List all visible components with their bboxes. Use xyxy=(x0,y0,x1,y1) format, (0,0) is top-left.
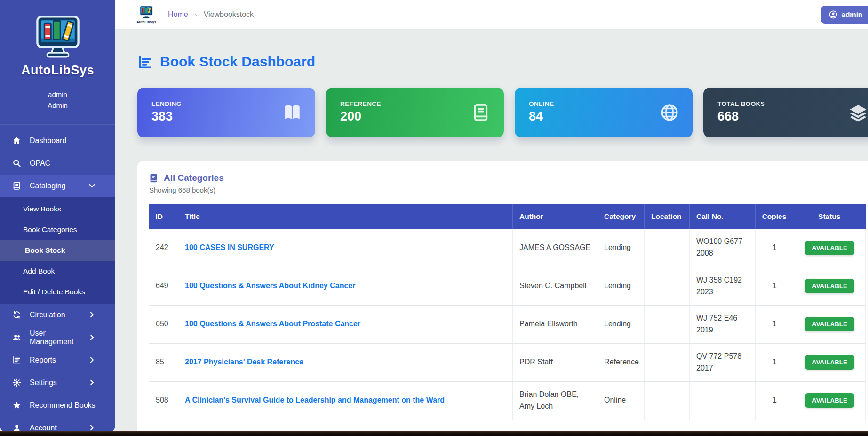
cell-title: 100 Questions & Answers About Kidney Can… xyxy=(176,267,513,305)
layers-icon xyxy=(848,103,868,122)
submenu-item-book-stock[interactable]: Book Stock xyxy=(0,240,115,261)
column-header-copies: Copies xyxy=(756,204,793,229)
cell-title: 100 Questions & Answers About Prostate C… xyxy=(176,305,513,343)
sidebar-item-user-management[interactable]: User Management xyxy=(0,326,115,349)
book-icon xyxy=(12,181,21,190)
cell-location xyxy=(645,267,690,305)
dashboard-chart-icon xyxy=(137,54,153,70)
table-row: 650100 Questions & Answers About Prostat… xyxy=(149,305,866,343)
sidebar-item-label: Dashboard xyxy=(30,137,66,145)
stat-value: 84 xyxy=(529,109,678,124)
table-row: 242100 CASES IN SURGERYJAMES A GOSSAGELe… xyxy=(149,229,866,267)
status-badge[interactable]: AVAILABLE xyxy=(805,317,854,331)
column-header-category: Category xyxy=(597,204,645,229)
cell-status: AVAILABLE xyxy=(793,381,866,420)
user-circle-icon xyxy=(828,10,838,19)
categories-subtitle: Showing 668 book(s) xyxy=(149,186,868,194)
users-icon xyxy=(12,333,21,342)
cell-title: 100 CASES IN SURGERY xyxy=(176,229,513,267)
sidebar-menu: DashboardOPACCatalogingView BooksBook Ca… xyxy=(0,124,115,433)
gear-icon xyxy=(12,378,21,387)
cell-author: Steven C. Campbell xyxy=(513,267,597,305)
status-badge[interactable]: AVAILABLE xyxy=(805,279,854,293)
breadcrumb-current: Viewbookstock xyxy=(204,10,254,19)
cell-location xyxy=(645,381,690,420)
search-icon xyxy=(12,159,21,168)
column-header-author: Author xyxy=(513,204,597,229)
column-header-call-no: Call No. xyxy=(690,204,756,229)
cell-status: AVAILABLE xyxy=(793,343,866,381)
sidebar-item-cataloging[interactable]: Cataloging xyxy=(0,175,115,197)
sidebar-username: admin xyxy=(0,89,115,100)
cell-category: Lending xyxy=(597,267,645,305)
brand-name: AutoLibSys xyxy=(0,63,115,78)
cell-title: A Clinician's Survival Guide to Leadersh… xyxy=(176,381,513,420)
breadcrumb-home-link[interactable]: Home xyxy=(168,10,188,19)
sidebar-item-opac[interactable]: OPAC xyxy=(0,152,115,175)
cell-id: 508 xyxy=(149,381,176,420)
sidebar-item-label: Recommend Books xyxy=(30,401,96,410)
cell-call-no: WJ 358 C192 2023 xyxy=(690,267,756,305)
sidebar-item-reports[interactable]: Reports xyxy=(0,349,115,371)
star-icon xyxy=(12,401,21,410)
book-title-link[interactable]: 2017 Physicians' Desk Reference xyxy=(185,358,303,366)
cell-location xyxy=(645,305,690,343)
chevron-right-icon xyxy=(88,310,96,319)
table-header-row: IDTitleAuthorCategoryLocationCall No.Cop… xyxy=(149,204,866,229)
sidebar-item-recommend-books[interactable]: Recommend Books xyxy=(0,394,115,417)
book-title-link[interactable]: 100 Questions & Answers About Prostate C… xyxy=(185,320,360,328)
stat-label: ONLINE xyxy=(529,100,678,107)
sidebar-item-circulation[interactable]: Circulation xyxy=(0,304,115,326)
cell-copies: 1 xyxy=(756,343,793,381)
cell-copies: 1 xyxy=(756,305,793,343)
cell-author: JAMES A GOSSAGE xyxy=(513,229,597,267)
autolibsys-logo xyxy=(0,14,115,62)
sidebar-item-account[interactable]: Account xyxy=(0,417,115,433)
sidebar-item-settings[interactable]: Settings xyxy=(0,371,115,394)
status-badge[interactable]: AVAILABLE xyxy=(805,393,854,408)
cell-copies: 1 xyxy=(756,267,793,305)
categories-book-icon xyxy=(149,173,159,183)
cataloging-submenu: View BooksBook CategoriesBook StockAdd B… xyxy=(0,197,115,304)
stat-value: 383 xyxy=(151,109,301,124)
cell-call-no: WJ 752 E46 2019 xyxy=(690,305,756,343)
table-row: 508A Clinician's Survival Guide to Leade… xyxy=(149,381,866,420)
submenu-item-edit-delete-books[interactable]: Edit / Delete Books xyxy=(0,282,115,302)
breadcrumb: Home › Viewbookstock xyxy=(168,10,254,19)
submenu-item-add-book[interactable]: Add Book xyxy=(0,261,115,282)
submenu-item-view-books[interactable]: View Books xyxy=(0,199,115,219)
sync-icon xyxy=(12,310,21,319)
cell-category: Reference xyxy=(597,343,645,381)
taskbar-strip xyxy=(0,431,868,436)
submenu-item-book-categories[interactable]: Book Categories xyxy=(0,219,115,240)
status-badge[interactable]: AVAILABLE xyxy=(805,241,854,255)
sidebar-item-label: Cataloging xyxy=(30,182,66,190)
cell-id: 85 xyxy=(149,343,176,381)
cell-id: 649 xyxy=(149,267,176,305)
admin-user-button[interactable]: admin xyxy=(821,6,868,24)
topbar-logo[interactable]: AutoLibSys xyxy=(134,5,159,24)
cell-author: Brian Dolan OBE, Amy Loch xyxy=(513,381,597,420)
books-table: IDTitleAuthorCategoryLocationCall No.Cop… xyxy=(149,204,866,420)
stats-row: LENDING383REFERENCE200ONLINE84TOTAL BOOK… xyxy=(137,88,868,137)
cell-id: 650 xyxy=(149,305,176,343)
sidebar-item-label: OPAC xyxy=(30,159,50,168)
cell-author: PDR Staff xyxy=(513,343,597,381)
home-icon xyxy=(12,136,21,145)
breadcrumb-separator: › xyxy=(195,10,197,18)
cell-category: Online xyxy=(597,381,645,420)
table-row: 852017 Physicians' Desk ReferencePDR Sta… xyxy=(149,343,866,381)
cell-category: Lending xyxy=(597,229,645,267)
sidebar: AutoLibSys admin Admin DashboardOPACCata… xyxy=(0,0,115,432)
status-badge[interactable]: AVAILABLE xyxy=(805,355,854,370)
stat-card-lending: LENDING383 xyxy=(137,88,315,137)
sidebar-user-role: Admin xyxy=(0,100,115,111)
page-title: Book Stock Dashboard xyxy=(160,54,315,70)
sidebar-item-dashboard[interactable]: Dashboard xyxy=(0,129,115,152)
book-title-link[interactable]: 100 Questions & Answers About Kidney Can… xyxy=(185,282,355,290)
topbar: AutoLibSys Home › Viewbookstock admin xyxy=(115,0,868,29)
book-title-link[interactable]: A Clinician's Survival Guide to Leadersh… xyxy=(185,396,445,404)
stat-value: 200 xyxy=(340,109,490,124)
book-title-link[interactable]: 100 CASES IN SURGERY xyxy=(185,243,274,251)
chevron-right-icon xyxy=(88,378,96,387)
